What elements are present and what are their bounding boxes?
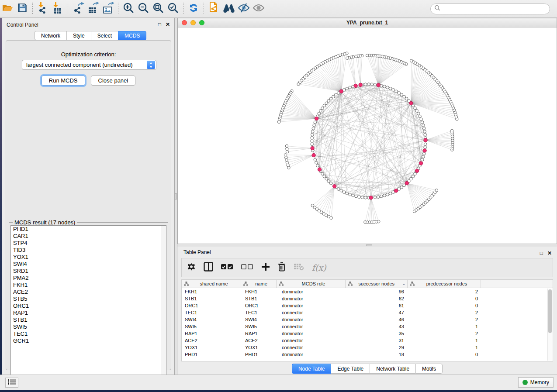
table-cell[interactable]: YOX1: [241, 345, 277, 350]
network-node[interactable]: [349, 86, 352, 89]
table-row[interactable]: YOX1YOX1connector291: [182, 344, 553, 351]
tab-network[interactable]: Network: [35, 31, 66, 40]
network-node[interactable]: [332, 95, 335, 98]
network-node[interactable]: [355, 195, 358, 198]
table-panel-close-icon[interactable]: ✕: [547, 250, 552, 256]
network-node[interactable]: [325, 177, 328, 180]
import-network-button[interactable]: [35, 2, 50, 16]
mcds-result-item[interactable]: PMA2: [11, 275, 166, 282]
column-header-successor-nodes[interactable]: successor nodes⌄: [346, 280, 408, 288]
network-node[interactable]: [285, 144, 288, 148]
table-settings-button[interactable]: [187, 261, 196, 274]
splitter-grip[interactable]: [366, 244, 372, 246]
network-node[interactable]: [383, 194, 386, 197]
network-node[interactable]: [389, 192, 392, 195]
network-node[interactable]: [311, 130, 315, 133]
clone-network-button[interactable]: [207, 2, 221, 16]
network-node[interactable]: [346, 57, 349, 60]
table-cell[interactable]: 2: [408, 317, 481, 322]
network-node[interactable]: [358, 196, 361, 199]
network-node[interactable]: [335, 93, 338, 96]
table-cell[interactable]: connector: [277, 338, 346, 343]
table-cell[interactable]: FKH1: [241, 289, 277, 294]
zoom-selected-button[interactable]: [166, 2, 180, 16]
tab-edge-table[interactable]: Edge Table: [331, 364, 370, 374]
mcds-hub-node[interactable]: [359, 83, 362, 86]
table-cell[interactable]: PHD1: [182, 352, 241, 357]
table-cell[interactable]: dominator: [277, 317, 346, 322]
table-cell[interactable]: ORC1: [241, 303, 277, 308]
mcds-hub-node[interactable]: [424, 138, 427, 142]
table-cell[interactable]: connector: [277, 310, 346, 315]
table-cell[interactable]: 31: [346, 338, 408, 343]
table-cell[interactable]: RAP1: [182, 331, 241, 336]
table-cell[interactable]: dominator: [277, 331, 346, 336]
network-node[interactable]: [315, 161, 318, 164]
network-node[interactable]: [323, 104, 326, 107]
mcds-list-scroll-track[interactable]: [161, 226, 166, 381]
column-header-shared-name[interactable]: shared name: [182, 280, 241, 288]
network-node[interactable]: [319, 110, 322, 113]
run-mcds-button[interactable]: Run MCDS: [42, 76, 85, 86]
table-cell[interactable]: connector: [277, 324, 346, 329]
table-cell[interactable]: STB1: [182, 296, 241, 301]
network-node[interactable]: [412, 175, 415, 178]
network-node[interactable]: [321, 172, 324, 175]
create-column-button[interactable]: [261, 261, 270, 274]
mcds-hub-node[interactable]: [354, 84, 357, 87]
mcds-hub-node[interactable]: [415, 169, 419, 172]
network-node[interactable]: [377, 196, 380, 199]
table-cell[interactable]: 61: [346, 303, 408, 308]
network-node[interactable]: [414, 107, 417, 110]
network-node[interactable]: [346, 87, 349, 90]
refresh-button[interactable]: [186, 2, 201, 16]
network-node[interactable]: [337, 188, 340, 191]
mcds-hub-node[interactable]: [394, 189, 398, 193]
table-cell[interactable]: dominator: [277, 296, 346, 301]
network-node[interactable]: [450, 129, 453, 132]
table-cell[interactable]: 46: [346, 317, 408, 322]
show-column-panel-button[interactable]: [204, 261, 213, 274]
mcds-hub-node[interactable]: [409, 101, 413, 105]
network-window-titlebar[interactable]: YPA_prune.txt_1: [178, 18, 557, 28]
network-node[interactable]: [403, 95, 406, 98]
network-node[interactable]: [389, 87, 392, 90]
network-node[interactable]: [314, 121, 317, 124]
network-node[interactable]: [364, 83, 367, 86]
table-cell[interactable]: 18: [346, 352, 408, 357]
network-node[interactable]: [370, 83, 374, 86]
tab-style[interactable]: Style: [66, 31, 91, 40]
network-node[interactable]: [286, 148, 289, 151]
network-node[interactable]: [311, 136, 314, 139]
table-row[interactable]: SWI4SWI4dominator462: [182, 316, 553, 323]
network-node[interactable]: [424, 146, 427, 149]
network-node[interactable]: [422, 127, 426, 130]
table-cell[interactable]: 35: [346, 331, 408, 336]
network-node[interactable]: [329, 97, 332, 100]
mcds-hub-node[interactable]: [318, 168, 321, 171]
table-row[interactable]: STB1STB1dominator620: [182, 295, 553, 302]
save-session-button[interactable]: [15, 2, 30, 16]
network-node[interactable]: [311, 133, 314, 136]
network-node[interactable]: [349, 193, 352, 196]
network-node[interactable]: [435, 189, 438, 192]
table-cell[interactable]: STB1: [241, 296, 277, 301]
network-canvas[interactable]: [178, 28, 557, 244]
task-history-button[interactable]: [5, 378, 18, 388]
network-node[interactable]: [377, 220, 380, 223]
network-node[interactable]: [323, 175, 326, 178]
network-node[interactable]: [361, 196, 364, 199]
table-row[interactable]: FKH1FKH1dominator962: [182, 288, 553, 295]
table-cell[interactable]: 2: [408, 289, 481, 294]
network-node[interactable]: [410, 59, 413, 62]
table-scrollbar-thumb[interactable]: [548, 289, 552, 333]
splitter-grip[interactable]: [175, 193, 177, 199]
network-node[interactable]: [403, 184, 406, 187]
mcds-result-item[interactable]: STB1: [11, 316, 166, 323]
network-node[interactable]: [386, 86, 389, 89]
network-node[interactable]: [284, 154, 287, 157]
zoom-out-button[interactable]: [136, 2, 151, 16]
export-table-button[interactable]: [86, 2, 100, 16]
network-node[interactable]: [330, 217, 333, 220]
import-table-button[interactable]: [50, 2, 65, 16]
